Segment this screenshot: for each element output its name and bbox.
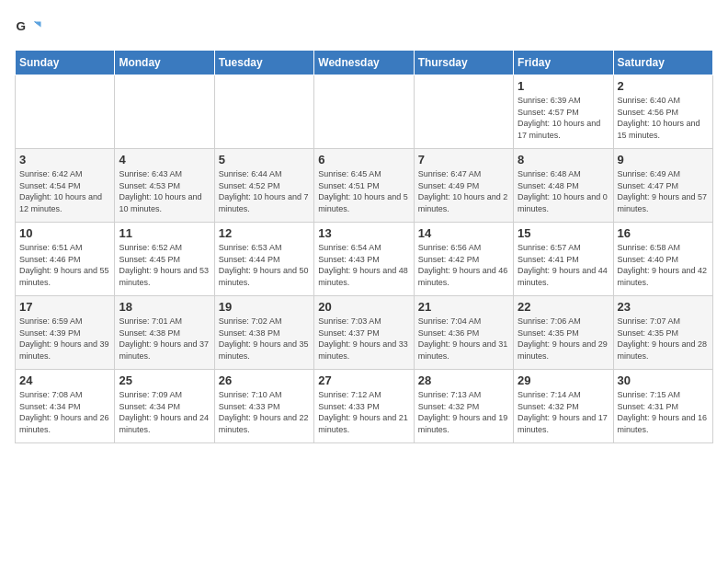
calendar-cell: 28Sunrise: 7:13 AM Sunset: 4:32 PM Dayli… xyxy=(414,370,513,443)
day-number: 5 xyxy=(219,153,310,167)
day-info: Sunrise: 6:59 AM Sunset: 4:39 PM Dayligh… xyxy=(19,316,110,362)
day-number: 18 xyxy=(119,300,210,314)
calendar-cell: 1Sunrise: 6:39 AM Sunset: 4:57 PM Daylig… xyxy=(514,75,613,149)
day-info: Sunrise: 7:08 AM Sunset: 4:34 PM Dayligh… xyxy=(19,389,110,435)
day-number: 1 xyxy=(518,79,609,93)
day-info: Sunrise: 6:45 AM Sunset: 4:51 PM Dayligh… xyxy=(318,168,409,214)
day-info: Sunrise: 7:10 AM Sunset: 4:33 PM Dayligh… xyxy=(219,389,310,435)
day-info: Sunrise: 7:15 AM Sunset: 4:31 PM Dayligh… xyxy=(618,389,709,435)
day-number: 25 xyxy=(119,373,210,387)
day-info: Sunrise: 7:07 AM Sunset: 4:35 PM Dayligh… xyxy=(618,316,709,362)
day-info: Sunrise: 7:13 AM Sunset: 4:32 PM Dayligh… xyxy=(418,389,509,435)
day-info: Sunrise: 6:43 AM Sunset: 4:53 PM Dayligh… xyxy=(119,168,210,214)
calendar-week-2: 3Sunrise: 6:42 AM Sunset: 4:54 PM Daylig… xyxy=(16,149,713,223)
day-header-friday: Friday xyxy=(514,51,613,75)
day-header-tuesday: Tuesday xyxy=(214,51,313,75)
calendar-cell: 25Sunrise: 7:09 AM Sunset: 4:34 PM Dayli… xyxy=(115,370,214,443)
day-header-wednesday: Wednesday xyxy=(314,51,414,75)
day-info: Sunrise: 7:04 AM Sunset: 4:36 PM Dayligh… xyxy=(418,316,509,362)
day-number: 8 xyxy=(518,153,609,167)
day-number: 14 xyxy=(418,226,509,240)
day-number: 3 xyxy=(19,153,110,167)
calendar-cell xyxy=(414,75,513,149)
day-info: Sunrise: 6:39 AM Sunset: 4:57 PM Dayligh… xyxy=(518,95,609,141)
day-info: Sunrise: 6:47 AM Sunset: 4:49 PM Dayligh… xyxy=(418,168,509,214)
calendar-cell xyxy=(214,75,313,149)
day-info: Sunrise: 7:02 AM Sunset: 4:38 PM Dayligh… xyxy=(219,316,310,362)
day-info: Sunrise: 6:49 AM Sunset: 4:47 PM Dayligh… xyxy=(618,168,709,214)
svg-marker-2 xyxy=(34,22,41,28)
day-number: 2 xyxy=(618,79,709,93)
calendar-cell: 18Sunrise: 7:01 AM Sunset: 4:38 PM Dayli… xyxy=(115,296,214,370)
day-header-monday: Monday xyxy=(115,51,214,75)
day-info: Sunrise: 6:57 AM Sunset: 4:41 PM Dayligh… xyxy=(518,242,609,288)
day-number: 19 xyxy=(219,300,310,314)
day-number: 9 xyxy=(618,153,709,167)
calendar-cell: 26Sunrise: 7:10 AM Sunset: 4:33 PM Dayli… xyxy=(214,370,313,443)
calendar-cell: 12Sunrise: 6:53 AM Sunset: 4:44 PM Dayli… xyxy=(214,223,313,296)
calendar-cell xyxy=(115,75,214,149)
day-info: Sunrise: 6:40 AM Sunset: 4:56 PM Dayligh… xyxy=(618,95,709,141)
day-number: 12 xyxy=(219,226,310,240)
day-header-saturday: Saturday xyxy=(613,51,712,75)
day-header-sunday: Sunday xyxy=(16,51,115,75)
day-number: 29 xyxy=(518,373,609,387)
calendar-cell: 8Sunrise: 6:48 AM Sunset: 4:48 PM Daylig… xyxy=(514,149,613,223)
calendar-cell: 15Sunrise: 6:57 AM Sunset: 4:41 PM Dayli… xyxy=(514,223,613,296)
calendar-week-4: 17Sunrise: 6:59 AM Sunset: 4:39 PM Dayli… xyxy=(16,296,713,370)
svg-text:G: G xyxy=(17,19,27,33)
day-number: 11 xyxy=(119,226,210,240)
calendar-cell: 7Sunrise: 6:47 AM Sunset: 4:49 PM Daylig… xyxy=(414,149,513,223)
calendar-week-1: 1Sunrise: 6:39 AM Sunset: 4:57 PM Daylig… xyxy=(16,75,713,149)
calendar-cell: 30Sunrise: 7:15 AM Sunset: 4:31 PM Dayli… xyxy=(613,370,712,443)
calendar-cell: 24Sunrise: 7:08 AM Sunset: 4:34 PM Dayli… xyxy=(16,370,115,443)
calendar-cell: 9Sunrise: 6:49 AM Sunset: 4:47 PM Daylig… xyxy=(613,149,712,223)
calendar-cell: 17Sunrise: 6:59 AM Sunset: 4:39 PM Dayli… xyxy=(16,296,115,370)
calendar-table: SundayMondayTuesdayWednesdayThursdayFrid… xyxy=(15,50,713,443)
day-info: Sunrise: 6:58 AM Sunset: 4:40 PM Dayligh… xyxy=(618,242,709,288)
day-number: 24 xyxy=(19,373,110,387)
day-info: Sunrise: 6:42 AM Sunset: 4:54 PM Dayligh… xyxy=(19,168,110,214)
day-info: Sunrise: 6:52 AM Sunset: 4:45 PM Dayligh… xyxy=(119,242,210,288)
day-number: 13 xyxy=(318,226,409,240)
calendar-cell: 14Sunrise: 6:56 AM Sunset: 4:42 PM Dayli… xyxy=(414,223,513,296)
calendar-cell: 27Sunrise: 7:12 AM Sunset: 4:33 PM Dayli… xyxy=(314,370,414,443)
page-header: G xyxy=(15,15,713,42)
day-number: 30 xyxy=(618,373,709,387)
day-info: Sunrise: 7:14 AM Sunset: 4:32 PM Dayligh… xyxy=(518,389,609,435)
day-number: 28 xyxy=(418,373,509,387)
day-info: Sunrise: 7:09 AM Sunset: 4:34 PM Dayligh… xyxy=(119,389,210,435)
calendar-cell: 20Sunrise: 7:03 AM Sunset: 4:37 PM Dayli… xyxy=(314,296,414,370)
day-info: Sunrise: 7:01 AM Sunset: 4:38 PM Dayligh… xyxy=(119,316,210,362)
day-info: Sunrise: 6:54 AM Sunset: 4:43 PM Dayligh… xyxy=(318,242,409,288)
day-info: Sunrise: 6:44 AM Sunset: 4:52 PM Dayligh… xyxy=(219,168,310,214)
day-number: 7 xyxy=(418,153,509,167)
day-info: Sunrise: 7:06 AM Sunset: 4:35 PM Dayligh… xyxy=(518,316,609,362)
day-header-thursday: Thursday xyxy=(414,51,513,75)
day-number: 21 xyxy=(418,300,509,314)
calendar-cell: 29Sunrise: 7:14 AM Sunset: 4:32 PM Dayli… xyxy=(514,370,613,443)
day-number: 15 xyxy=(518,226,609,240)
calendar-cell: 21Sunrise: 7:04 AM Sunset: 4:36 PM Dayli… xyxy=(414,296,513,370)
day-number: 20 xyxy=(318,300,409,314)
calendar-cell: 13Sunrise: 6:54 AM Sunset: 4:43 PM Dayli… xyxy=(314,223,414,296)
day-number: 22 xyxy=(518,300,609,314)
calendar-cell: 3Sunrise: 6:42 AM Sunset: 4:54 PM Daylig… xyxy=(16,149,115,223)
calendar-cell: 5Sunrise: 6:44 AM Sunset: 4:52 PM Daylig… xyxy=(214,149,313,223)
day-number: 17 xyxy=(19,300,110,314)
calendar-week-3: 10Sunrise: 6:51 AM Sunset: 4:46 PM Dayli… xyxy=(16,223,713,296)
day-number: 16 xyxy=(618,226,709,240)
calendar-cell: 2Sunrise: 6:40 AM Sunset: 4:56 PM Daylig… xyxy=(613,75,712,149)
day-number: 23 xyxy=(618,300,709,314)
calendar-cell: 6Sunrise: 6:45 AM Sunset: 4:51 PM Daylig… xyxy=(314,149,414,223)
day-info: Sunrise: 6:48 AM Sunset: 4:48 PM Dayligh… xyxy=(518,168,609,214)
calendar-cell: 11Sunrise: 6:52 AM Sunset: 4:45 PM Dayli… xyxy=(115,223,214,296)
calendar-cell: 22Sunrise: 7:06 AM Sunset: 4:35 PM Dayli… xyxy=(514,296,613,370)
calendar-cell: 10Sunrise: 6:51 AM Sunset: 4:46 PM Dayli… xyxy=(16,223,115,296)
logo: G xyxy=(15,15,46,42)
day-number: 27 xyxy=(318,373,409,387)
calendar-cell: 23Sunrise: 7:07 AM Sunset: 4:35 PM Dayli… xyxy=(613,296,712,370)
day-info: Sunrise: 6:51 AM Sunset: 4:46 PM Dayligh… xyxy=(19,242,110,288)
calendar-cell: 16Sunrise: 6:58 AM Sunset: 4:40 PM Dayli… xyxy=(613,223,712,296)
logo-icon: G xyxy=(15,15,42,42)
